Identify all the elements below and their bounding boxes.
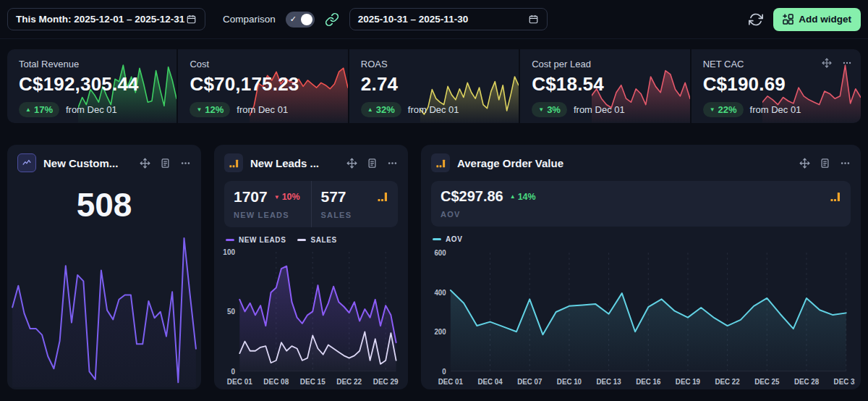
widget-row: New Custom... 508 New Leads ... (7, 145, 861, 389)
stat-value: 577 (321, 188, 346, 206)
topbar: This Month: 2025-12-01 – 2025-12-31 Comp… (0, 0, 868, 39)
widget-average-order-value: Average Order Value C$297.86 ▲14% AOV (421, 145, 861, 389)
comparison-toggle[interactable]: ✓ (286, 12, 315, 28)
kpi-value: C$18.54 (532, 73, 678, 96)
link-icon[interactable] (325, 12, 339, 27)
stat-delta: ▲14% (510, 192, 536, 202)
kpi-label: Total Revenue (19, 59, 165, 69)
comparison-date-range-label: 2025-10-31 – 2025-11-30 (358, 14, 468, 25)
kpi-card-total-revenue[interactable]: Total Revenue C$192,305.44 ▲17% from Dec… (7, 49, 176, 123)
legend-item-new-leads: NEW LEADS (226, 236, 286, 244)
new-leads-stats-panel: 1707 ▼10% NEW LEADS 577 SALES (224, 181, 398, 227)
delta-badge: ▲32% (361, 102, 401, 117)
svg-text:DEC 13: DEC 13 (597, 378, 621, 387)
move-icon[interactable] (822, 58, 832, 68)
svg-text:DEC 28: DEC 28 (794, 378, 819, 387)
kpi-card-net-cac[interactable]: NET CAC C$190.69 ▼22% from Dec 01 (692, 49, 861, 123)
move-icon[interactable] (799, 158, 810, 169)
kpi-card-cost[interactable]: Cost C$70,175.23 ▼12% from Dec 01 (178, 49, 347, 123)
kpi-compare-note: from Dec 01 (66, 104, 117, 115)
add-widget-label: Add widget (799, 14, 851, 25)
stat-delta: ▼10% (274, 192, 300, 202)
legend-item-aov: AOV (433, 235, 462, 243)
delta-badge: ▼22% (703, 102, 744, 117)
kpi-compare-note: from Dec 01 (237, 104, 288, 115)
stat-new-leads: 1707 ▼10% NEW LEADS (224, 181, 311, 227)
kpi-value: C$192,305.44 (19, 73, 165, 96)
new-customers-chart (10, 229, 198, 389)
aov-legend: AOV (433, 235, 849, 243)
kpi-label: Cost per Lead (532, 59, 678, 69)
arrow-down-icon: ▼ (274, 194, 280, 200)
svg-text:DEC 22: DEC 22 (336, 377, 362, 387)
svg-text:0: 0 (442, 367, 446, 376)
more-options-icon[interactable] (840, 158, 851, 169)
legend-swatch (297, 239, 306, 241)
svg-text:DEC 04: DEC 04 (477, 378, 502, 387)
stat-sales: 577 SALES (311, 181, 399, 227)
refresh-button[interactable] (749, 12, 763, 27)
bar-chart-icon (377, 191, 388, 203)
svg-text:400: 400 (434, 288, 446, 297)
bar-chart-icon (830, 191, 841, 203)
move-icon[interactable] (346, 158, 357, 169)
svg-text:600: 600 (434, 249, 446, 258)
bar-chart-icon (224, 153, 243, 172)
legend-swatch (226, 239, 234, 241)
legend-item-sales: SALES (297, 236, 336, 244)
kpi-compare-note: from Dec 01 (408, 104, 459, 115)
kpi-card-cost-per-lead[interactable]: Cost per Lead C$18.54 ▼3% from Dec 01 (520, 49, 689, 123)
widget-new-customers: New Custom... 508 (7, 145, 201, 389)
kpi-card-roas[interactable]: ROAS 2.74 ▲32% from Dec 01 (349, 49, 519, 123)
widget-title: New Leads ... (250, 157, 339, 169)
notes-icon[interactable] (160, 158, 171, 169)
svg-text:DEC 01: DEC 01 (438, 378, 463, 387)
aov-stats-panel: C$297.86 ▲14% AOV (431, 181, 851, 227)
more-options-icon[interactable] (180, 158, 191, 169)
kpi-strip: Total Revenue C$192,305.44 ▲17% from Dec… (7, 49, 861, 123)
new-customers-value: 508 (7, 185, 201, 224)
svg-text:DEC 15: DEC 15 (300, 377, 326, 387)
more-options-icon[interactable] (387, 158, 398, 169)
stat-value: 1707 (234, 188, 268, 206)
svg-text:DEC 10: DEC 10 (557, 378, 582, 387)
line-chart-icon (17, 153, 36, 172)
add-widget-button[interactable]: Add widget (773, 8, 861, 31)
widget-title: Average Order Value (457, 157, 792, 169)
calendar-icon (186, 14, 197, 25)
arrow-up-icon: ▲ (25, 106, 31, 113)
svg-text:DEC 07: DEC 07 (517, 378, 542, 387)
bar-chart-icon (431, 153, 450, 172)
check-icon: ✓ (290, 14, 297, 24)
comparison-label: Comparison (223, 14, 276, 25)
svg-text:DEC 16: DEC 16 (636, 378, 660, 387)
kpi-value: C$70,175.23 (190, 73, 336, 96)
primary-date-range-picker[interactable]: This Month: 2025-12-01 – 2025-12-31 (7, 8, 205, 30)
notes-icon[interactable] (367, 158, 378, 169)
arrow-down-icon: ▼ (196, 106, 202, 113)
svg-text:DEC 31: DEC 31 (834, 378, 855, 387)
stat-label: SALES (321, 211, 389, 219)
delta-badge: ▲17% (19, 102, 59, 117)
kpi-value: C$190.69 (703, 73, 849, 96)
more-options-icon[interactable] (842, 58, 852, 68)
svg-text:200: 200 (434, 328, 446, 337)
arrow-up-icon: ▲ (510, 193, 516, 200)
svg-text:0: 0 (231, 366, 235, 376)
svg-text:50: 50 (227, 307, 235, 316)
svg-text:100: 100 (223, 248, 235, 257)
move-icon[interactable] (140, 158, 150, 169)
kpi-label: Cost (190, 59, 336, 69)
kpi-value: 2.74 (361, 73, 507, 96)
comparison-date-range-picker[interactable]: 2025-10-31 – 2025-11-30 (349, 8, 548, 30)
new-leads-chart: 050100DEC 01DEC 08DEC 15DEC 22DEC 29 (220, 247, 402, 388)
svg-text:DEC 01: DEC 01 (227, 377, 252, 387)
stat-label: NEW LEADS (234, 211, 302, 219)
kpi-compare-note: from Dec 01 (574, 104, 625, 115)
delta-badge: ▼12% (190, 102, 230, 117)
stat-label: AOV (441, 210, 841, 219)
primary-date-range-label: This Month: 2025-12-01 – 2025-12-31 (16, 14, 184, 25)
notes-icon[interactable] (820, 158, 830, 169)
kpi-label: ROAS (361, 59, 507, 69)
svg-text:DEC 25: DEC 25 (754, 378, 779, 387)
